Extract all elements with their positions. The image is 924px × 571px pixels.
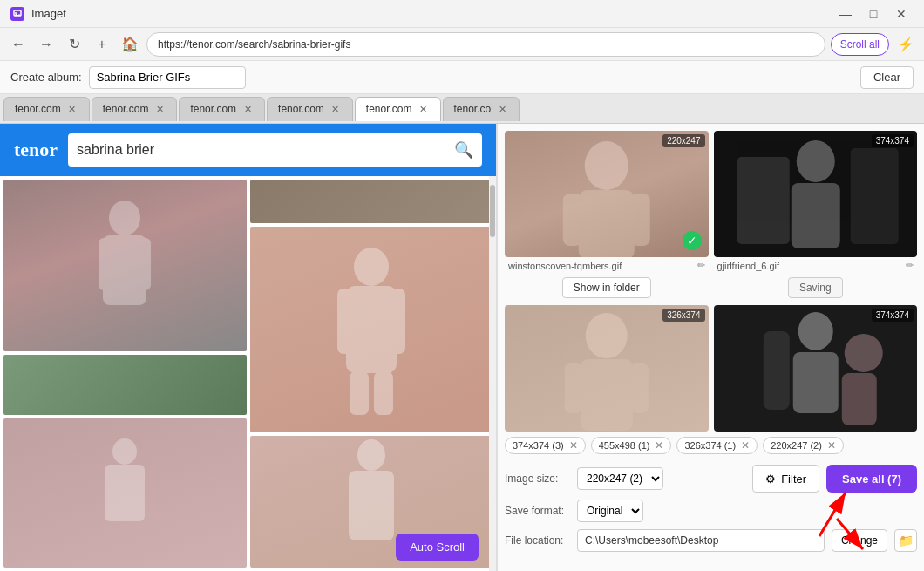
svg-rect-21 [791,183,839,248]
auto-scroll-button[interactable]: Auto Scroll [396,534,479,561]
svg-rect-19 [631,194,650,246]
svg-rect-15 [349,471,394,540]
tenor-search-icon[interactable]: 🔍 [454,140,473,160]
minimize-button[interactable]: — [833,2,858,26]
size-badge-2: 374x374 [872,134,914,147]
tag-label-1: 374x374 (3) [513,440,564,451]
svg-rect-29 [792,352,838,413]
tags-row: 374x374 (3) ✕ 455x498 (1) ✕ 326x374 (1) … [498,432,924,459]
gallery-item-3[interactable]: 326x374 [505,305,709,432]
file-location-input[interactable] [577,529,825,552]
back-button[interactable]: ← [7,33,30,56]
gallery-item-1-info: winstonscoven-tqmbers.gif ✏ [505,257,709,274]
tag-chip-3[interactable]: 326x374 (1) ✕ [676,437,758,454]
scrollbar-thumb [490,185,495,237]
folder-icon: 📁 [899,534,914,547]
tab-close-1[interactable]: ✕ [66,103,78,115]
home-button[interactable]: 🏠 [119,33,141,56]
size-controls-row: Image size: 220x247 (2) 374x374 (3) 455x… [505,465,917,493]
tag-label-2: 455x498 (1) [599,440,650,451]
tenor-search-box: 🔍 [68,133,482,167]
tenor-search-input[interactable] [77,142,447,158]
grid-image-3[interactable] [3,418,247,568]
save-all-button[interactable]: Save all (7) [826,465,917,493]
gallery-item-1[interactable]: 220x247 ✓ [505,131,709,257]
browser-scrollbar[interactable] [489,176,496,571]
svg-point-1 [15,12,17,14]
svg-rect-32 [841,373,876,425]
create-album-label: Create album: [10,71,82,84]
scroll-all-button[interactable]: Scroll all [831,33,889,56]
gallery-item-2[interactable]: 374x374 [714,131,918,257]
navbar: ← → ↻ + 🏠 Scroll all ⚡ [0,28,924,61]
svg-rect-25 [581,359,633,431]
grid-image-4[interactable] [250,180,493,223]
tag-chip-2[interactable]: 455x498 (1) ✕ [591,437,672,454]
titlebar-left: Imaget [10,7,66,21]
svg-rect-10 [337,289,353,354]
tab-close-4[interactable]: ✕ [330,103,342,115]
gallery-item-4[interactable]: 374x374 [714,305,918,432]
close-button[interactable]: ✕ [889,2,914,26]
tab-5[interactable]: tenor.com ✕ [355,97,441,121]
grid-image-2[interactable] [3,355,247,415]
new-tab-button[interactable]: + [91,33,113,56]
tag-chip-1[interactable]: 374x374 (3) ✕ [505,437,586,454]
tag-remove-4[interactable]: ✕ [827,439,836,452]
image-size-label: Image size: [505,472,570,485]
change-button[interactable]: Change [832,529,887,552]
svg-rect-9 [346,286,397,373]
grid-image-1[interactable] [3,180,247,351]
tab-4[interactable]: tenor.com ✕ [267,97,353,121]
app-icon [10,7,24,21]
image-size-select[interactable]: 220x247 (2) 374x374 (3) 455x498 (1) 326x… [577,467,663,490]
image-grid [0,176,496,571]
edit-icon-1[interactable]: ✏ [697,260,705,271]
tenor-header: tenor 🔍 [0,124,496,176]
edit-icon-2[interactable]: ✏ [906,260,914,271]
tag-remove-1[interactable]: ✕ [569,439,578,452]
forward-button[interactable]: → [35,33,58,56]
right-panel: 220x247 ✓ winstonscoven-tqmbers.gif ✏ Sh… [498,124,924,571]
clear-button[interactable]: Clear [860,66,914,89]
tab-1[interactable]: tenor.com ✕ [3,97,90,121]
format-select[interactable]: Original JPEG PNG WebP [577,500,643,522]
window-controls: — □ ✕ [833,2,914,26]
svg-rect-11 [390,289,405,354]
show-folder-button-1[interactable]: Show in folder [562,277,651,298]
svg-point-2 [109,201,140,235]
gallery-item-1-wrapper: 220x247 ✓ winstonscoven-tqmbers.gif ✏ Sh… [505,131,711,302]
tag-chip-4[interactable]: 220x247 (2) ✕ [763,437,844,454]
tab-3[interactable]: tenor.com ✕ [179,97,265,121]
bookmark-button[interactable]: ⚡ [894,33,917,56]
filter-icon: ⚙ [765,472,776,486]
file-location-label: File location: [505,534,570,547]
svg-rect-26 [565,363,582,413]
svg-point-24 [586,313,628,358]
tag-remove-2[interactable]: ✕ [655,439,663,452]
gallery-action-2: Saving [714,274,918,302]
grid-col-1 [3,180,247,568]
bottom-controls: Image size: 220x247 (2) 374x374 (3) 455x… [498,459,924,557]
filter-button[interactable]: ⚙ Filter [752,465,819,493]
url-input[interactable] [146,32,825,57]
tab-close-5[interactable]: ✕ [418,103,430,115]
tab-close-3[interactable]: ✕ [241,103,254,115]
maximize-button[interactable]: □ [861,2,886,26]
tab-2[interactable]: tenor.com ✕ [92,97,178,121]
tab-close-2[interactable]: ✕ [153,103,166,115]
filter-label: Filter [781,472,806,486]
size-badge-3: 326x374 [662,309,704,322]
album-name-input[interactable] [89,66,246,89]
tag-remove-3[interactable]: ✕ [741,439,750,452]
svg-rect-4 [99,238,112,290]
grid-image-5[interactable] [250,227,493,432]
svg-rect-17 [579,190,635,257]
tab-close-6[interactable]: ✕ [496,103,508,115]
svg-point-31 [844,334,882,372]
titlebar: Imaget — □ ✕ [0,0,924,28]
refresh-button[interactable]: ↻ [63,33,85,56]
tab-6[interactable]: tenor.co ✕ [443,97,520,121]
folder-button[interactable]: 📁 [894,529,917,552]
filename-2: gjirlfriend_6.gif [717,261,780,271]
